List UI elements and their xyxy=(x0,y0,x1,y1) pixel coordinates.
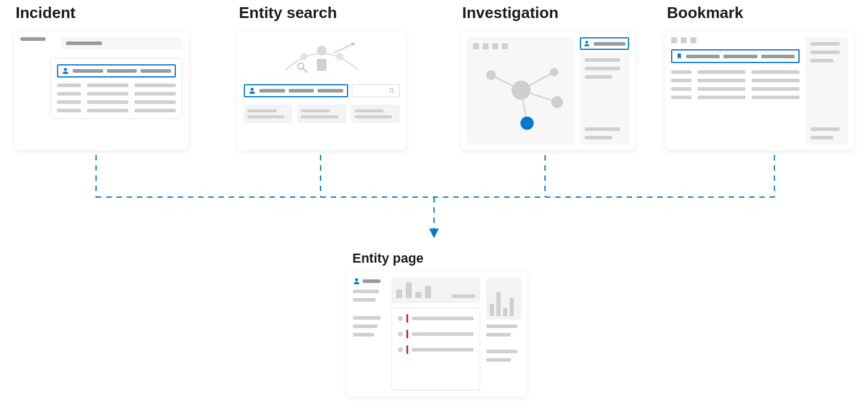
svg-point-16 xyxy=(550,68,558,76)
result-pill xyxy=(297,105,346,123)
bookmark-icon xyxy=(676,52,683,60)
investigation-graph xyxy=(473,54,569,132)
svg-point-4 xyxy=(298,63,304,69)
search-icon xyxy=(388,87,396,94)
user-icon xyxy=(353,278,360,285)
search-input[interactable] xyxy=(352,84,400,97)
svg-point-17 xyxy=(551,96,563,108)
alert-marker xyxy=(406,346,408,354)
entity-page-card xyxy=(347,272,527,397)
source-label-entity-search: Entity search xyxy=(239,4,337,22)
user-icon xyxy=(249,87,256,94)
entity-highlight-investigation[interactable] xyxy=(580,37,629,50)
svg-line-6 xyxy=(334,44,352,53)
entity-highlight-search[interactable] xyxy=(244,84,348,97)
svg-point-7 xyxy=(351,42,355,46)
entity-highlight-incident[interactable] xyxy=(57,64,176,78)
svg-point-2 xyxy=(336,53,343,60)
svg-line-5 xyxy=(303,68,307,73)
svg-line-9 xyxy=(393,92,395,94)
svg-point-15 xyxy=(486,70,496,80)
svg-point-18 xyxy=(520,117,534,130)
alert-marker xyxy=(406,314,408,323)
result-pill xyxy=(351,105,400,123)
user-icon xyxy=(62,67,69,75)
entity-highlight-bookmark[interactable] xyxy=(671,49,800,63)
source-label-bookmark: Bookmark xyxy=(667,4,743,22)
svg-rect-3 xyxy=(317,59,327,71)
result-pill xyxy=(244,105,292,123)
source-label-incident: Incident xyxy=(16,4,76,22)
entity-search-card xyxy=(238,31,406,150)
bookmark-card xyxy=(665,31,854,150)
svg-point-8 xyxy=(390,88,393,92)
svg-point-14 xyxy=(511,81,531,100)
search-illustration xyxy=(244,37,400,81)
incident-card xyxy=(14,31,188,150)
investigation-card xyxy=(461,31,635,150)
source-label-investigation: Investigation xyxy=(462,4,558,22)
svg-point-0 xyxy=(300,53,307,60)
user-icon xyxy=(583,40,590,47)
svg-point-1 xyxy=(317,46,327,55)
target-label-entity-page: Entity page xyxy=(352,251,424,266)
alert-marker xyxy=(406,330,408,338)
